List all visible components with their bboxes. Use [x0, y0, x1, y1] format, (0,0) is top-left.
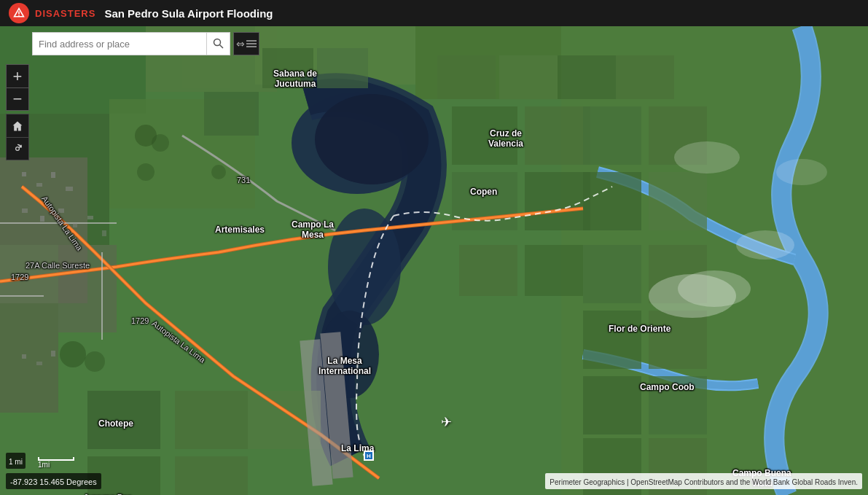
svg-rect-24 [525, 106, 590, 165]
svg-rect-74 [102, 230, 106, 236]
attr-text: Perimeter Geographics | OpenStreetMap Co… [550, 478, 858, 486]
svg-rect-21 [558, 55, 616, 99]
svg-rect-70 [40, 216, 44, 222]
svg-rect-28 [525, 245, 583, 296]
svg-rect-36 [649, 311, 707, 369]
rotate-button[interactable] [6, 137, 29, 160]
svg-point-14 [315, 94, 429, 184]
map-imagery [0, 26, 868, 495]
svg-point-61 [211, 165, 226, 179]
svg-rect-19 [437, 55, 496, 99]
svg-rect-27 [459, 245, 517, 296]
zoom-out-button[interactable]: − [6, 87, 29, 111]
swipe-layer-button[interactable]: ⇔ [233, 32, 259, 55]
svg-point-64 [137, 163, 155, 181]
svg-rect-65 [22, 172, 26, 176]
svg-rect-41 [87, 391, 160, 449]
svg-rect-71 [58, 208, 64, 213]
svg-rect-66 [36, 183, 42, 187]
disasters-label: DISASTERS [35, 8, 95, 19]
zoom-controls: + − [6, 64, 29, 111]
zoom-in-button[interactable]: + [6, 64, 29, 87]
svg-point-2 [18, 15, 20, 16]
svg-rect-76 [36, 362, 42, 365]
svg-rect-22 [616, 55, 674, 99]
svg-point-56 [736, 230, 794, 260]
page-title: San Pedro Sula Airport Flooding [104, 7, 273, 20]
svg-rect-23 [452, 106, 517, 165]
svg-rect-48 [58, 245, 117, 332]
svg-rect-77 [51, 351, 55, 356]
svg-rect-20 [499, 55, 558, 99]
svg-rect-35 [583, 311, 641, 369]
scale-indicator: 1mi [38, 457, 74, 469]
svg-rect-37 [583, 376, 641, 434]
coordinates-display: -87.923 15.465 Degrees [6, 473, 101, 489]
svg-rect-47 [0, 303, 58, 413]
svg-rect-29 [583, 106, 641, 165]
svg-rect-73 [87, 216, 93, 219]
svg-rect-42 [175, 391, 248, 449]
svg-rect-26 [525, 172, 590, 230]
svg-rect-69 [22, 208, 28, 213]
scale-label: 1mi [38, 461, 50, 469]
app-header: DISASTERS San Pedro Sula Airport Floodin… [0, 0, 868, 26]
svg-rect-68 [66, 187, 73, 191]
svg-rect-45 [175, 456, 248, 495]
la-lima-marker: H [364, 451, 374, 461]
svg-point-60 [152, 134, 169, 152]
svg-rect-15 [262, 48, 313, 88]
svg-rect-18 [204, 92, 259, 136]
svg-point-57 [776, 159, 827, 185]
svg-rect-72 [73, 223, 77, 227]
home-button[interactable] [6, 114, 29, 137]
svg-rect-16 [317, 48, 368, 88]
logo-area: DISASTERS San Pedro Sula Airport Floodin… [9, 3, 273, 23]
map-attribution: Perimeter Geographics | OpenStreetMap Co… [545, 473, 862, 489]
svg-rect-32 [649, 172, 707, 230]
disasters-logo-icon [9, 3, 29, 23]
svg-point-62 [60, 341, 86, 367]
svg-point-58 [674, 141, 740, 174]
map-container[interactable]: Sabana deJucutuma Cruz deValencia Copen … [0, 26, 868, 495]
svg-rect-67 [51, 172, 55, 178]
svg-rect-38 [649, 376, 707, 434]
svg-point-63 [85, 351, 105, 372]
svg-point-55 [678, 270, 751, 307]
scale-bar-container: 1 mi [6, 453, 26, 469]
svg-rect-31 [583, 172, 641, 230]
svg-rect-33 [583, 245, 641, 303]
coord-text: -87.923 15.465 Degrees [10, 478, 97, 486]
map-tools [6, 114, 29, 160]
svg-point-80 [16, 147, 20, 151]
svg-rect-75 [22, 354, 26, 359]
scale-bar-text: 1 mi [9, 458, 23, 466]
